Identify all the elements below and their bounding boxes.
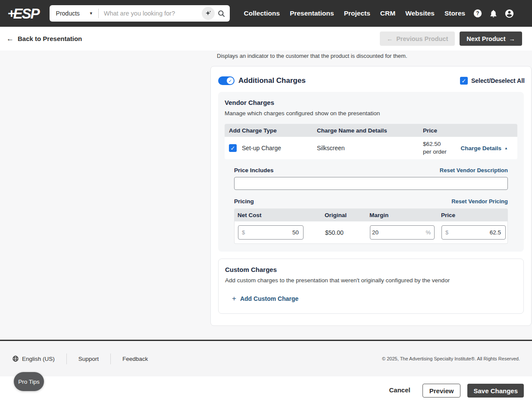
svg-text:?: ? (476, 10, 479, 16)
percent-suffix: % (422, 229, 434, 236)
select-all-label: Select/Deselect All (471, 77, 525, 84)
discount-indicator-note: Displays an indicator to the customer th… (217, 53, 407, 59)
row-add-checkbox[interactable]: ✓ (229, 144, 237, 152)
vendor-charges-subtitle: Manage which charges configured show on … (225, 110, 517, 117)
global-search-bar: Products ▼ (50, 5, 230, 22)
previous-product-button[interactable]: ← Previous Product (380, 32, 455, 46)
pricing-value-row: $ $50.00 % (234, 221, 508, 244)
primary-nav: Collections Presentations Projects CRM W… (244, 9, 466, 17)
esp-logo[interactable]: + ESP (8, 6, 39, 21)
vendor-table-header-row: Add Charge Type Charge Name and Details … (225, 124, 517, 137)
vendor-charges-title: Vendor Charges (225, 99, 517, 106)
charge-details-section: Price Includes Reset Vendor Description … (225, 159, 517, 244)
prev-arrow-icon: ← (387, 35, 393, 42)
select-deselect-all[interactable]: ✓ Select/Deselect All (460, 77, 525, 85)
search-category-dropdown[interactable]: Products ▼ (50, 5, 98, 22)
price-includes-input[interactable] (234, 177, 508, 190)
col-original: Original (325, 212, 369, 218)
net-cost-input[interactable] (248, 229, 303, 236)
page-subheader: ← Back to Presentation ← Previous Produc… (0, 27, 532, 50)
nav-projects[interactable]: Projects (344, 9, 370, 17)
table-row: ✓ Set-up Charge Silkscreen $62.50 per or… (225, 137, 517, 159)
nav-stores[interactable]: Stores (444, 9, 465, 17)
price-input[interactable] (452, 229, 505, 236)
dollar-prefix: $ (442, 229, 452, 236)
footer-divider (110, 354, 111, 364)
feedback-link[interactable]: Feedback (122, 356, 148, 362)
custom-charges-subtitle: Add custom charges to the presentation t… (225, 277, 517, 284)
pricing-table: Net Cost Original Margin Price $ (234, 208, 508, 244)
navbar-icon-group: ? (473, 9, 514, 19)
language-label: English (US) (22, 356, 55, 362)
support-link[interactable]: Support (78, 356, 99, 362)
top-navbar: + ESP Products ▼ Collections Presentatio… (0, 0, 532, 27)
search-category-value: Products (56, 10, 80, 17)
language-selector[interactable]: English (US) (12, 355, 55, 362)
account-icon[interactable] (504, 9, 514, 19)
footer-divider (66, 354, 67, 364)
cancel-button[interactable]: Cancel (389, 384, 410, 396)
next-product-button[interactable]: Next Product → (460, 32, 522, 46)
search-icon[interactable] (217, 9, 225, 18)
add-custom-charge-button[interactable]: + Add Custom Charge (232, 294, 517, 303)
custom-charges-title: Custom Charges (225, 266, 517, 273)
select-all-checkbox[interactable]: ✓ (460, 77, 468, 85)
price-includes-label: Price Includes (234, 167, 274, 174)
reset-vendor-pricing-link[interactable]: Reset Vendor Pricing (451, 198, 508, 205)
help-icon[interactable]: ? (473, 9, 482, 18)
charge-type-value: Set-up Charge (242, 145, 317, 152)
logo-text: ESP (13, 6, 39, 21)
vendor-charges-table: Add Charge Type Charge Name and Details … (225, 124, 517, 159)
preview-button[interactable]: Preview (422, 384, 461, 398)
notifications-bell-icon[interactable] (489, 9, 498, 18)
pricing-header-row: Net Cost Original Margin Price (234, 208, 508, 221)
margin-input[interactable] (370, 229, 422, 236)
additional-charges-title: Additional Charges (238, 76, 306, 85)
charge-details-link[interactable]: Charge Details ▲ (461, 145, 508, 152)
search-input[interactable] (99, 10, 202, 17)
custom-charges-panel: Custom Charges Add custom charges to the… (218, 259, 524, 314)
vendor-charges-panel: Vendor Charges Manage which charges conf… (218, 92, 524, 252)
col-charge-type: Charge Type (242, 127, 317, 134)
save-changes-button[interactable]: Save Changes (467, 384, 524, 398)
col-net-cost: Net Cost (234, 212, 325, 218)
back-arrow-icon: ← (6, 35, 14, 43)
dollar-prefix: $ (238, 229, 248, 236)
toggle-check-icon: ✓ (227, 77, 234, 84)
charge-price-value: $62.50 per order (423, 140, 447, 156)
next-arrow-icon: → (509, 35, 516, 42)
nav-websites[interactable]: Websites (405, 9, 435, 17)
col-margin: Margin (369, 212, 441, 218)
net-cost-field: $ (238, 225, 304, 240)
bottom-action-bar: Cancel Preview Save Changes (0, 376, 532, 404)
additional-charges-card: ✓ Additional Charges ✓ Select/Deselect A… (210, 66, 532, 326)
price-field: $ (441, 225, 506, 240)
globe-icon (12, 355, 19, 362)
col-add: Add (225, 127, 242, 134)
reset-vendor-description-link[interactable]: Reset Vendor Description (440, 167, 508, 174)
copyright-text: © 2025, The Advertising Specialty Instit… (382, 356, 520, 361)
chevron-up-icon: ▲ (504, 146, 508, 150)
charge-name-value: Silkscreen (317, 145, 423, 152)
chevron-down-icon: ▼ (89, 11, 93, 16)
col-price: Price (423, 127, 517, 134)
col-price: Price (441, 212, 508, 218)
additional-charges-toggle[interactable]: ✓ (218, 76, 235, 85)
original-price-value: $50.00 (325, 229, 344, 236)
pro-tips-button[interactable]: Pro Tips (14, 372, 44, 391)
nav-collections[interactable]: Collections (244, 9, 280, 17)
nav-crm[interactable]: CRM (380, 9, 395, 17)
page-footer: English (US) Support Feedback © 2025, Th… (0, 340, 532, 376)
plus-icon: + (232, 294, 236, 303)
pricing-label: Pricing (234, 198, 254, 205)
app: + ESP Products ▼ Collections Presentatio… (0, 0, 532, 404)
product-nav-buttons: ← Previous Product Next Product → (380, 32, 522, 46)
settings-content: Displays an indicator to the customer th… (0, 50, 532, 340)
back-label: Back to Presentation (18, 35, 82, 42)
additional-charges-header: ✓ Additional Charges ✓ Select/Deselect A… (211, 66, 531, 90)
col-charge-name: Charge Name and Details (317, 127, 423, 134)
ai-sparkle-icon[interactable] (202, 7, 215, 20)
nav-presentations[interactable]: Presentations (290, 9, 334, 17)
back-to-presentation-link[interactable]: ← Back to Presentation (6, 35, 82, 43)
margin-field: % (370, 225, 435, 240)
